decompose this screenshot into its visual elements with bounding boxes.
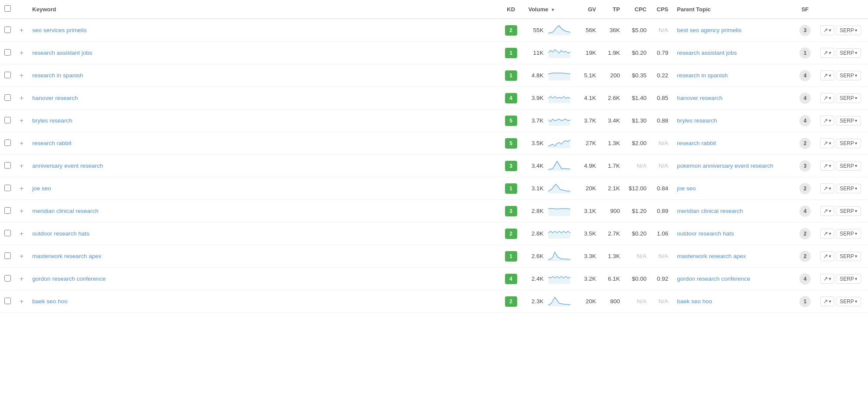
parent-topic-link-10[interactable]: masterwork research apex (677, 253, 746, 259)
volume-col-header[interactable]: Volume ▼ (524, 0, 577, 19)
serp-button-9[interactable]: SERP ▾ (836, 229, 861, 239)
serp-button-2[interactable]: SERP ▾ (836, 71, 861, 80)
add-icon[interactable]: + (20, 298, 23, 305)
row-checkbox-cell[interactable] (0, 64, 15, 87)
row-add-cell[interactable]: + (15, 222, 28, 245)
row-checkbox-12[interactable] (4, 298, 11, 304)
row-checkbox-cell[interactable] (0, 87, 15, 109)
trend-button-3[interactable]: ↗ ▾ (820, 93, 834, 103)
serp-button-8[interactable]: SERP ▾ (836, 206, 861, 216)
keyword-link-8[interactable]: meridian clinical research (32, 208, 98, 214)
row-checkbox-4[interactable] (4, 117, 11, 123)
row-add-cell[interactable]: + (15, 290, 28, 313)
keyword-link-12[interactable]: baek seo hoo (32, 298, 67, 305)
keyword-link-7[interactable]: joe seo (32, 185, 51, 192)
row-checkbox-0[interactable] (4, 27, 11, 33)
add-icon[interactable]: + (20, 49, 23, 56)
serp-button-6[interactable]: SERP ▾ (836, 161, 861, 171)
row-checkbox-cell[interactable] (0, 132, 15, 155)
trend-button-12[interactable]: ↗ ▾ (820, 296, 834, 306)
keyword-link-2[interactable]: research in spanish (32, 72, 83, 79)
parent-topic-link-8[interactable]: meridian clinical research (677, 208, 743, 214)
row-checkbox-11[interactable] (4, 275, 11, 282)
serp-button-7[interactable]: SERP ▾ (836, 184, 861, 193)
row-add-cell[interactable]: + (15, 87, 28, 109)
row-checkbox-cell[interactable] (0, 42, 15, 64)
parent-topic-link-3[interactable]: hanover research (677, 95, 723, 101)
row-add-cell[interactable]: + (15, 42, 28, 64)
add-icon[interactable]: + (20, 94, 23, 102)
row-checkbox-1[interactable] (4, 49, 11, 56)
parent-topic-link-1[interactable]: research assistant jobs (677, 50, 737, 56)
row-add-cell[interactable]: + (15, 132, 28, 155)
row-checkbox-7[interactable] (4, 185, 11, 191)
select-all-header[interactable] (0, 0, 15, 19)
row-add-cell[interactable]: + (15, 268, 28, 290)
parent-topic-link-0[interactable]: best seo agency primelis (677, 27, 742, 33)
parent-topic-link-5[interactable]: research rabbit (677, 140, 716, 146)
keyword-link-10[interactable]: masterwork research apex (32, 253, 101, 259)
row-add-cell[interactable]: + (15, 64, 28, 87)
keyword-link-9[interactable]: outdoor research hats (32, 230, 89, 237)
parent-topic-link-7[interactable]: joe seo (677, 185, 696, 192)
row-checkbox-8[interactable] (4, 207, 11, 214)
row-checkbox-cell[interactable] (0, 200, 15, 222)
add-icon[interactable]: + (20, 117, 23, 124)
row-add-cell[interactable]: + (15, 19, 28, 42)
add-icon[interactable]: + (20, 275, 23, 282)
add-icon[interactable]: + (20, 139, 23, 147)
parent-topic-link-11[interactable]: gordon research conference (677, 275, 750, 282)
row-checkbox-cell[interactable] (0, 268, 15, 290)
row-checkbox-10[interactable] (4, 252, 11, 259)
parent-topic-link-9[interactable]: outdoor research hats (677, 230, 734, 237)
parent-topic-link-6[interactable]: pokemon anniversary event research (677, 163, 773, 169)
row-checkbox-cell[interactable] (0, 245, 15, 268)
serp-button-5[interactable]: SERP ▾ (836, 139, 861, 148)
trend-button-1[interactable]: ↗ ▾ (820, 48, 834, 58)
trend-button-11[interactable]: ↗ ▾ (820, 274, 834, 284)
trend-button-2[interactable]: ↗ ▾ (820, 70, 834, 80)
row-checkbox-6[interactable] (4, 162, 11, 169)
row-add-cell[interactable]: + (15, 245, 28, 268)
keyword-link-5[interactable]: research rabbit (32, 140, 71, 146)
row-add-cell[interactable]: + (15, 200, 28, 222)
add-icon[interactable]: + (20, 27, 23, 34)
serp-button-1[interactable]: SERP ▾ (836, 48, 861, 58)
add-icon[interactable]: + (20, 162, 23, 169)
add-icon[interactable]: + (20, 230, 23, 237)
row-add-cell[interactable]: + (15, 177, 28, 200)
trend-button-9[interactable]: ↗ ▾ (820, 229, 834, 239)
trend-button-5[interactable]: ↗ ▾ (820, 138, 834, 148)
trend-button-4[interactable]: ↗ ▾ (820, 116, 834, 126)
add-icon[interactable]: + (20, 252, 23, 260)
add-icon[interactable]: + (20, 185, 23, 192)
row-add-cell[interactable]: + (15, 109, 28, 132)
row-checkbox-3[interactable] (4, 94, 11, 101)
add-icon[interactable]: + (20, 72, 23, 79)
keyword-link-11[interactable]: gordon research conference (32, 275, 106, 282)
trend-button-0[interactable]: ↗ ▾ (820, 25, 834, 35)
trend-button-10[interactable]: ↗ ▾ (820, 251, 834, 261)
serp-button-12[interactable]: SERP ▾ (836, 297, 861, 306)
keyword-link-1[interactable]: research assistant jobs (32, 50, 92, 56)
row-checkbox-cell[interactable] (0, 109, 15, 132)
serp-button-4[interactable]: SERP ▾ (836, 116, 861, 126)
row-checkbox-cell[interactable] (0, 19, 15, 42)
serp-button-3[interactable]: SERP ▾ (836, 93, 861, 103)
trend-button-7[interactable]: ↗ ▾ (820, 183, 834, 193)
row-checkbox-cell[interactable] (0, 222, 15, 245)
add-icon[interactable]: + (20, 207, 23, 215)
keyword-link-3[interactable]: hanover research (32, 95, 78, 101)
row-checkbox-2[interactable] (4, 72, 11, 78)
row-add-cell[interactable]: + (15, 155, 28, 177)
row-checkbox-cell[interactable] (0, 177, 15, 200)
keyword-link-6[interactable]: anniversary event research (32, 163, 103, 169)
parent-topic-link-4[interactable]: bryles research (677, 117, 717, 124)
keyword-link-0[interactable]: seo services primelis (32, 27, 86, 33)
serp-button-10[interactable]: SERP ▾ (836, 252, 861, 261)
serp-button-0[interactable]: SERP ▾ (836, 26, 861, 35)
row-checkbox-5[interactable] (4, 139, 11, 146)
trend-button-8[interactable]: ↗ ▾ (820, 206, 834, 216)
row-checkbox-cell[interactable] (0, 290, 15, 313)
keyword-link-4[interactable]: bryles research (32, 117, 72, 124)
